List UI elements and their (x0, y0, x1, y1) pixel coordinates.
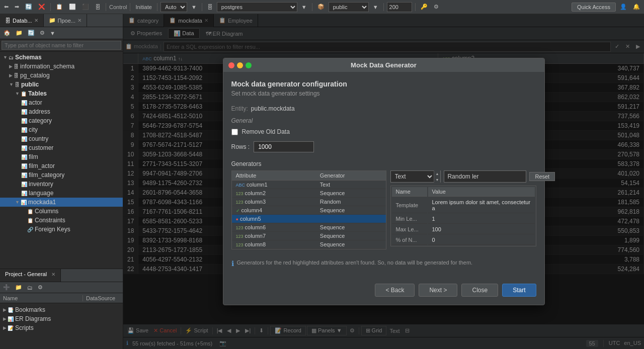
tree-foreign-keys[interactable]: 🔗 Foreign Keys (0, 225, 123, 234)
attr-row[interactable]: ABCcolumn1 Text (232, 181, 386, 189)
tree-information-schema[interactable]: ▶ 🗄 information_schema (0, 62, 123, 71)
tree-tables[interactable]: ▼ 📋 Tables (0, 89, 123, 98)
toolbar-btn-1[interactable]: ⬅ (2, 3, 11, 11)
attr-name: ✓column4 (232, 206, 316, 215)
toolbar-btn-8[interactable]: 🗄 (93, 3, 103, 11)
bookmarks-toggle[interactable]: ▶ (3, 307, 7, 312)
tree-language[interactable]: 📊 language (0, 189, 123, 198)
modal-start-btn[interactable]: Start (502, 284, 536, 297)
toolbar-mode-btn[interactable]: Initiate (133, 3, 153, 11)
project-tab-close[interactable]: ✕ (51, 272, 55, 277)
mockada1-toggle[interactable]: ▼ (15, 200, 20, 205)
left-tabs: 🗄 Datab... ✕ 📁 Прое... ✕ (0, 14, 123, 27)
toolbar-arrow-btn[interactable]: ▼ (189, 3, 199, 11)
mode-dropdown[interactable]: Auto (160, 2, 187, 12)
gen-detail-row: Min Le... 1 (392, 214, 535, 224)
zoom-input[interactable] (387, 2, 412, 12)
toolbar-btn-6[interactable]: ⬜ (67, 3, 78, 11)
quick-access-button[interactable]: Quick Access (572, 3, 616, 12)
tree-customer[interactable]: 📊 customer (0, 143, 123, 152)
detail-value[interactable]: 1 (428, 214, 535, 224)
modal-back-btn[interactable]: < Back (375, 284, 415, 297)
tree-constraints[interactable]: 📋 Constraints (0, 216, 123, 225)
toolbar-btn-7[interactable]: ⬛ (80, 3, 91, 11)
scripts-toggle[interactable]: ▶ (3, 325, 7, 330)
attr-row[interactable]: 123column3 Random (232, 198, 386, 206)
attr-row[interactable]: ●column5 (232, 215, 386, 223)
toolbar-icon-c[interactable]: 👤 (618, 3, 629, 11)
tree-inventory[interactable]: 📊 inventory (0, 180, 123, 189)
toolbar-btn-2[interactable]: ➡ (13, 3, 21, 11)
minimize-window-btn[interactable] (237, 62, 243, 68)
close-window-btn[interactable] (228, 62, 234, 68)
tree-country[interactable]: 📊 country (0, 134, 123, 143)
tree-film[interactable]: 📊 film (0, 152, 123, 161)
blp-bookmarks[interactable]: ▶ 📑 Bookmarks (2, 305, 121, 314)
left-filter-input[interactable] (2, 41, 121, 50)
toolbar-btn-5[interactable]: 📋 (54, 3, 65, 11)
attr-row[interactable]: 123column8 Sequence (232, 240, 386, 249)
pg-toggle[interactable]: ▶ (9, 73, 13, 78)
tree-film-actor[interactable]: 📊 film_actor (0, 161, 123, 170)
rows-input[interactable] (254, 141, 314, 152)
gen-type-down[interactable]: ▼ (434, 177, 441, 183)
toolbar-db-icon[interactable]: 🗄 (205, 3, 215, 11)
left-tab-database[interactable]: 🗄 Datab... ✕ (0, 14, 44, 27)
lp-btn-1[interactable]: 🏠 (2, 29, 13, 37)
db-arrow[interactable]: ▼ (299, 3, 309, 11)
tree-city[interactable]: 📊 city (0, 125, 123, 134)
blp-btn-3[interactable]: 🗂 (25, 283, 35, 292)
modal-next-btn[interactable]: Next > (419, 284, 457, 297)
detail-value[interactable]: 0 (428, 235, 535, 245)
project-general-tab[interactable]: Project - General ✕ (0, 269, 61, 282)
toolbar-btn-4[interactable]: ❌ (36, 3, 47, 11)
schemas-toggle[interactable]: ▼ (3, 55, 8, 60)
schema-arrow[interactable]: ▼ (371, 3, 380, 11)
attr-row[interactable]: 123column2 Sequence (232, 189, 386, 198)
left-tab-project[interactable]: 📁 Прое... ✕ (44, 14, 87, 27)
blp-btn-4[interactable]: ⚙ (36, 283, 45, 292)
tree-address[interactable]: 📊 address (0, 107, 123, 116)
tree-schemas[interactable]: ▼ 🗂 Schemas (0, 53, 123, 62)
attr-row[interactable]: ✓column4 Sequence (232, 206, 386, 215)
tree-public[interactable]: ▼ 🗄 public (0, 80, 123, 89)
maximize-window-btn[interactable] (246, 62, 252, 68)
lp-btn-3[interactable]: 🔄 (26, 29, 37, 37)
db-tab-close[interactable]: ✕ (34, 18, 38, 23)
blp-scripts[interactable]: ▶ 📝 Scripts (2, 323, 121, 332)
blp-btn-add[interactable]: ➕ (1, 283, 12, 292)
blp-er-diagrams[interactable]: ▶ 📊 ER Diagrams (2, 314, 121, 323)
attr-row[interactable]: 123column6 Sequence (232, 223, 386, 232)
remove-old-checkbox[interactable] (231, 129, 238, 135)
attr-row[interactable]: 123column7 Sequence (232, 232, 386, 240)
gen-type-up[interactable]: ▲ (434, 170, 441, 177)
is-toggle[interactable]: ▶ (9, 64, 13, 69)
tree-columns[interactable]: 📋 Columns (0, 207, 123, 216)
tree-actor[interactable]: 📊 actor (0, 98, 123, 107)
gen-reset-btn[interactable]: Reset (529, 172, 555, 181)
toolbar-btn-3[interactable]: 🔄 (23, 3, 34, 11)
lp-btn-2[interactable]: 📁 (14, 29, 25, 37)
er-toggle[interactable]: ▶ (3, 316, 7, 321)
schema-icon[interactable]: 📦 (315, 3, 327, 11)
gen-placeholder-input[interactable] (444, 170, 526, 183)
modal-close-btn[interactable]: Close (461, 284, 498, 297)
detail-value[interactable]: Lorem ipsum dolor sit amet, consectetur … (428, 198, 535, 213)
proj-tab-close[interactable]: ✕ (77, 18, 82, 23)
tree-pg-catalog[interactable]: ▶ 🗄 pg_catalog (0, 71, 123, 80)
toolbar-icon-d[interactable]: 🔔 (631, 3, 642, 11)
tree-film-category[interactable]: 📊 film_category (0, 170, 123, 180)
tree-mockada1[interactable]: ▼ 📊 mockada1 (0, 198, 123, 207)
detail-value[interactable]: 100 (428, 225, 535, 234)
blp-btn-2[interactable]: 📁 (13, 283, 24, 292)
lp-btn-4[interactable]: ⚙ (38, 29, 47, 37)
tables-toggle[interactable]: ▼ (15, 91, 20, 96)
schema-dropdown[interactable]: public (329, 2, 369, 12)
gen-type-select[interactable]: Text Sequence Random (391, 171, 434, 182)
toolbar-icon-b[interactable]: ⚙ (432, 3, 441, 11)
lp-btn-5[interactable]: ▼ (48, 29, 57, 37)
pub-toggle[interactable]: ▼ (9, 82, 14, 87)
tree-category[interactable]: 📊 category (0, 116, 123, 125)
toolbar-icon-a[interactable]: 🔑 (419, 3, 430, 11)
db-dropdown[interactable]: postgres (217, 2, 297, 12)
